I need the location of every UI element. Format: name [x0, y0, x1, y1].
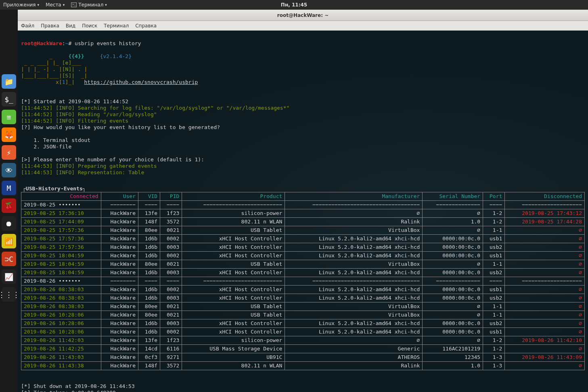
table-row: 2019-08-25 18:04:59HackWare1d6b0003xHCI … [21, 269, 585, 277]
terminal-launcher[interactable]: Терминал ▾ [71, 2, 107, 8]
window-title-bar[interactable]: root@HackWare: ~ [18, 10, 588, 21]
menu-terminal[interactable]: Терминал [104, 23, 129, 29]
places-menu[interactable]: Места ▾ [46, 2, 65, 8]
dock-terminal-icon[interactable]: $_ [2, 92, 16, 106]
dock-text-icon[interactable]: ≡ [2, 110, 16, 124]
table-row: 2019-08-26 08:38:03HackWare1d6b0003xHCI … [21, 294, 585, 302]
table-row: 2019-08-25 17:44:09HackWare148f3572802.1… [21, 218, 585, 226]
chevron-down-icon: ▾ [38, 3, 40, 7]
command-text: usbrip events history [75, 40, 141, 46]
clock[interactable]: Пн, 11:45 [281, 2, 307, 8]
col-port: Port [483, 192, 505, 201]
gnome-top-panel: Приложения ▾ Места ▾ Терминал ▾ Пн, 11:4… [0, 0, 588, 10]
dock-eye-icon[interactable]: 👁 [2, 163, 16, 177]
table-row: 2019-08-25 17:57:36HackWare80ee0021USB T… [21, 226, 585, 235]
usb-history-table-wrap: ┌USB-History-Events┐ ConnectedUserVIDPID… [21, 179, 585, 377]
table-row: 2019-08-26 08:38:03HackWare80ee0021USB T… [21, 302, 585, 311]
dock-wifi-icon[interactable]: 📶 [2, 234, 16, 248]
dock-burp-icon[interactable]: ⊃C [2, 252, 16, 266]
chevron-down-icon: ▾ [105, 3, 107, 7]
terminal-viewport[interactable]: root@HackWare:~# usbrip events history _… [18, 31, 588, 392]
terminal-icon [71, 2, 77, 7]
chevron-down-icon: ▾ [63, 3, 65, 7]
dock-metasploit-icon[interactable]: M [2, 181, 16, 195]
col-disconnected: Disconnected [505, 192, 585, 201]
menu-view[interactable]: Вид [66, 23, 75, 29]
prompt-user-host: root@HackWare [21, 40, 62, 46]
menu-help[interactable]: Справка [135, 23, 157, 29]
table-row: 2019-08-26 10:28:06HackWare1d6b0003xHCI … [21, 319, 585, 328]
table-row: 2019-08-26 10:28:06HackWare1d6b0002xHCI … [21, 328, 585, 336]
table-row: 2019-08-25 17:57:36HackWare1d6b0002xHCI … [21, 235, 585, 243]
table-row: 2019-08-26 •••••••−−−−−−−−−−−−−−−−−−−−−−… [21, 277, 585, 286]
table-row: 2019-08-26 11:42:25HackWare14cd6116USB M… [21, 345, 585, 353]
project-url[interactable]: https://github.com/snovvcrash/usbrip [84, 79, 198, 85]
dock-app1-icon[interactable]: ⚡ [2, 145, 16, 160]
table-row: 2019-08-25 18:04:59HackWare1d6b0002xHCI … [21, 252, 585, 260]
table-row: 2019-08-26 11:43:03HackWare0cf39271UB91C… [21, 353, 585, 362]
window-title: root@HackWare: ~ [277, 13, 329, 18]
usb-history-table: ConnectedUserVIDPIDProductManufacturerSe… [21, 192, 585, 370]
col-connected: Connected [21, 192, 101, 201]
dock-record-icon[interactable]: ⏺ [2, 216, 16, 231]
col-user: User [101, 192, 138, 201]
menu-edit[interactable]: Правка [41, 23, 59, 29]
table-row: 2019-08-26 11:43:38HackWare148f3572802.1… [21, 362, 585, 370]
table-row: 2019-08-25 17:57:36HackWare1d6b0003xHCI … [21, 243, 585, 252]
dock-cherry-icon[interactable]: 🍒 [2, 198, 16, 213]
dock-firefox-icon[interactable]: 🦊 [2, 127, 16, 142]
menu-file[interactable]: Файл [21, 23, 34, 29]
table-row: 2019-08-26 11:42:03HackWare13fe1f23silic… [21, 336, 585, 345]
gnome-dock: 📁$_≡🦊⚡👁M🍒⏺📶⊃C📈⋮⋮⋮ [0, 73, 18, 303]
col-product: Product [182, 192, 285, 201]
col-pid: PID [160, 192, 182, 201]
table-row: 2019-08-26 08:38:03HackWare1d6b0002xHCI … [21, 286, 585, 294]
table-row: 2019-08-25 18:04:59HackWare80ee0021USB T… [21, 260, 585, 269]
col-serial-number: Serial Number [423, 192, 483, 201]
menu-search[interactable]: Поиск [82, 23, 97, 29]
dock-grid-icon[interactable]: ⋮⋮⋮ [2, 287, 16, 302]
dock-activity-icon[interactable]: 📈 [2, 269, 16, 284]
table-row: 2019-08-25 17:36:10HackWare13fe1f23silic… [21, 209, 585, 218]
dock-files-icon[interactable]: 📁 [2, 74, 16, 89]
table-row: 2019-08-26 10:28:06HackWare80ee0021USB T… [21, 311, 585, 319]
col-manufacturer: Manufacturer [285, 192, 423, 201]
terminal-menu-bar: Файл Правка Вид Поиск Терминал Справка [18, 21, 588, 31]
col-vid: VID [138, 192, 160, 201]
applications-menu[interactable]: Приложения ▾ [3, 2, 39, 8]
table-row: 2019-08-25 •••••••−−−−−−−−−−−−−−−−−−−−−−… [21, 201, 585, 209]
